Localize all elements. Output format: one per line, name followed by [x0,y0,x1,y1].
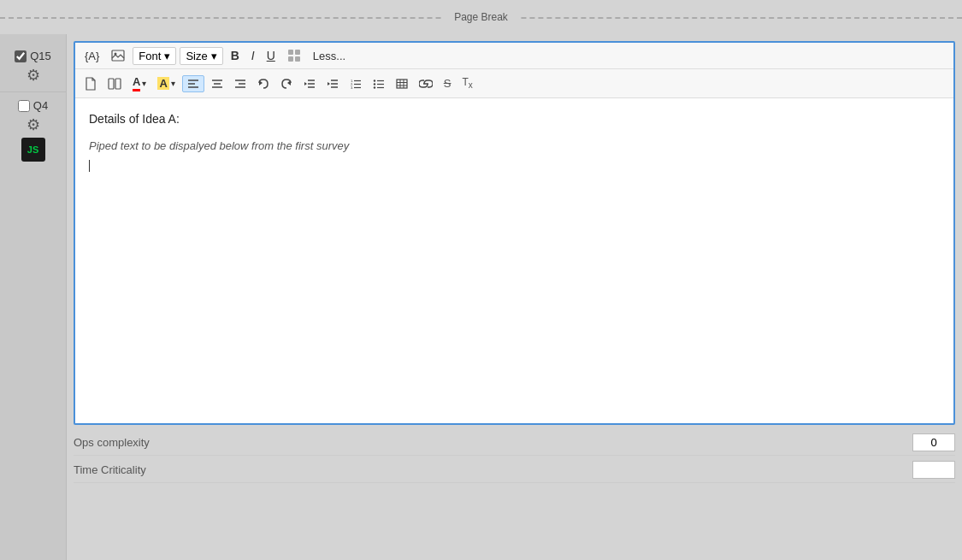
align-center-button[interactable] [207,76,227,91]
svg-point-37 [374,86,375,88]
editor-title: Details of Idea A: [89,112,940,126]
table-icon [396,79,408,89]
svg-marker-17 [259,80,263,85]
svg-rect-2 [288,50,293,55]
size-label: Size [186,50,207,62]
strikethrough-button[interactable]: S [440,74,456,92]
link-icon [419,79,433,89]
q15-label: Q15 [30,50,51,62]
special-button[interactable] [283,46,305,65]
time-criticality-row: Time Criticality [74,457,955,483]
editor-content[interactable]: Details of Idea A: Piped text to be disp… [75,98,953,423]
align-center-icon [211,79,223,89]
outdent-button[interactable] [299,76,320,91]
font-color-arrow: ▾ [142,79,146,88]
clear-format-button[interactable]: Tx [457,74,476,92]
new-doc-icon [85,77,97,91]
link-button[interactable] [415,76,437,91]
size-arrow: ▾ [211,50,217,62]
italic-button[interactable]: I [247,46,259,65]
js-badge[interactable]: JS [21,138,45,162]
undo-button[interactable] [253,76,274,91]
outdent-icon [304,79,316,89]
redo-icon [280,79,292,89]
sidebar-section-q15: Q15 ⚙ [0,43,66,92]
strikethrough-icon: S [444,77,451,90]
font-label: Font [139,50,161,62]
size-selector[interactable]: Size ▾ [180,47,222,65]
q4-gear-icon[interactable]: ⚙ [27,115,40,134]
align-left-icon [187,79,199,89]
q4-row[interactable]: Q4 [18,99,48,112]
main-area: Q15 ⚙ Q4 ⚙ JS {A} [0,34,962,560]
svg-point-35 [374,83,375,85]
indent-button[interactable] [322,76,343,91]
ops-complexity-input[interactable] [912,433,955,451]
cursor [89,160,90,172]
embed-icon [108,78,121,90]
bottom-fields: Ops complexity Time Criticality [74,425,955,488]
font-color-button[interactable]: A ▾ [128,73,150,94]
svg-rect-5 [295,56,300,62]
toolbar-row1: {A} Font ▾ Size ▾ B I [75,43,953,69]
ordered-list-button[interactable]: 1. 2. 3. [345,76,366,91]
q15-gear-icon[interactable]: ⚙ [27,66,40,85]
indent-icon [327,79,339,89]
page-break-label: Page Break [444,11,518,23]
align-right-button[interactable] [230,76,251,91]
less-button[interactable]: Less... [309,47,350,65]
svg-rect-0 [112,50,124,61]
svg-rect-3 [295,50,300,55]
font-selector[interactable]: Font ▾ [133,47,176,65]
special-icon [287,49,301,62]
q15-checkbox[interactable] [15,50,27,62]
editor-cursor-line [89,159,940,172]
editor-container: {A} Font ▾ Size ▾ B I [74,41,955,425]
svg-marker-26 [328,82,330,85]
editor-piped-text: Piped text to be dispalyed below from th… [89,139,940,152]
undo-icon [257,79,269,89]
bold-button[interactable]: B [227,46,244,65]
table-button[interactable] [392,76,412,91]
svg-rect-4 [288,56,293,62]
font-bg-arrow: ▾ [171,79,175,88]
font-arrow: ▾ [164,50,170,62]
clear-format-icon: Tx [462,76,472,90]
ops-complexity-label: Ops complexity [74,436,150,449]
font-bg-icon: A [157,77,168,90]
ordered-list-icon: 1. 2. 3. [350,79,362,89]
embed-button[interactable] [103,75,126,92]
time-criticality-input[interactable] [912,461,955,479]
q15-row[interactable]: Q15 [15,50,51,62]
variable-button[interactable]: {A} [80,47,103,65]
svg-marker-18 [287,80,291,85]
image-icon [111,50,125,62]
svg-rect-7 [115,79,121,89]
unordered-list-icon [373,79,385,89]
unordered-list-button[interactable] [369,76,389,91]
svg-point-33 [374,80,375,81]
q4-checkbox[interactable] [18,100,30,112]
underline-button[interactable]: U [263,46,280,65]
ops-complexity-row: Ops complexity [74,430,955,456]
align-right-icon [234,79,246,89]
q4-label: Q4 [33,99,48,112]
redo-button[interactable] [276,76,297,91]
font-bg-button[interactable]: A ▾ [153,74,179,92]
align-left-button[interactable] [182,75,204,92]
image-button[interactable] [107,47,129,64]
new-doc-button[interactable] [80,74,101,93]
font-color-icon: A [133,75,140,91]
svg-rect-39 [397,80,407,88]
svg-rect-6 [109,79,114,89]
time-criticality-label: Time Criticality [74,463,146,476]
toolbar-row2: A ▾ A ▾ [75,69,953,98]
content-area: {A} Font ▾ Size ▾ B I [67,34,962,560]
svg-marker-22 [304,82,307,85]
sidebar: Q15 ⚙ Q4 ⚙ JS [0,34,67,560]
svg-text:3.: 3. [351,85,353,89]
sidebar-section-q4: Q4 ⚙ JS [0,92,66,168]
page-break-bar: Page Break [0,0,962,34]
